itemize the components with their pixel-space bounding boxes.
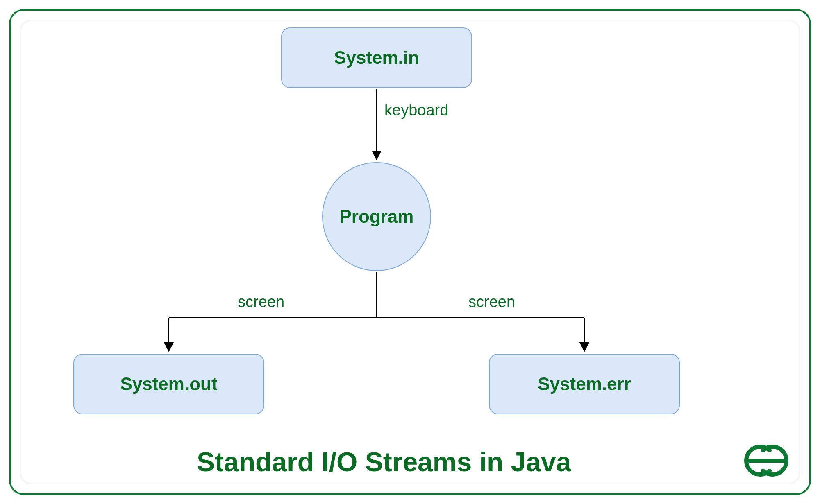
node-system-out: System.out <box>73 354 264 414</box>
edge-label-keyboard: keyboard <box>384 102 448 119</box>
edge-label-screen-right: screen <box>468 293 515 311</box>
node-system-in-label: System.in <box>334 47 419 68</box>
node-system-out-label: System.out <box>120 374 217 394</box>
node-program: Program <box>322 162 431 271</box>
node-program-label: Program <box>340 206 414 227</box>
edge-label-screen-left: screen <box>238 293 284 311</box>
node-system-in: System.in <box>281 27 472 88</box>
diagram-title: Standard I/O Streams in Java <box>197 446 571 477</box>
node-system-err: System.err <box>489 354 680 414</box>
node-system-err-label: System.err <box>538 374 631 394</box>
geeksforgeeks-logo-icon <box>729 438 803 485</box>
